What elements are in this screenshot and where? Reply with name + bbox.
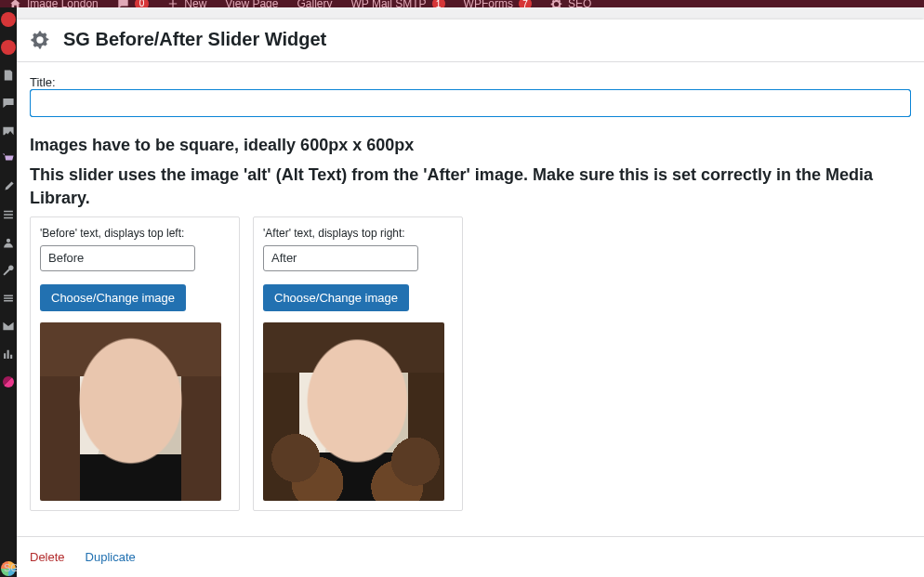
adminbar-comments[interactable]: 0: [108, 0, 159, 7]
brush-icon: [2, 180, 15, 193]
comment-icon: [2, 97, 15, 110]
sidebar-footer-text: SG Widget: [4, 562, 17, 573]
sidebar-item-seo[interactable]: [0, 374, 17, 390]
sidebar-item-users[interactable]: [0, 234, 17, 251]
after-image-thumbnail[interactable]: [263, 322, 444, 501]
after-label: 'After' text, displays top right:: [263, 227, 453, 240]
adminbar-site-name: Image London: [27, 0, 99, 7]
sidebar-item-pages[interactable]: [0, 67, 17, 84]
adminbar-wpmail-badge: 1: [432, 0, 445, 7]
sidebar-item-settings[interactable]: [0, 290, 17, 307]
adminbar-comments-badge: 0: [135, 0, 150, 7]
before-label: 'Before' text, displays top left:: [40, 227, 230, 240]
after-choose-image-button[interactable]: Choose/Change image: [263, 284, 409, 311]
wp-admin-sidebar: SG Widget: [0, 7, 17, 577]
chart-icon: [2, 348, 15, 361]
widget-body: Title: Images have to be square, ideally…: [17, 62, 924, 536]
before-text-input[interactable]: [40, 245, 195, 271]
gear-icon: [550, 0, 562, 7]
page-icon: [2, 69, 15, 82]
viewport: Image London 0 New View Page Gallery WP …: [0, 0, 924, 577]
widget-title: SG Before/After Slider Widget: [63, 29, 326, 50]
sidebar-item-media[interactable]: [0, 123, 17, 139]
duplicate-link[interactable]: Duplicate: [86, 550, 136, 564]
adminbar-site[interactable]: Image London: [0, 0, 108, 7]
sidebar-item-tools[interactable]: [0, 262, 17, 279]
note-alt: This slider uses the image 'alt' (Alt Te…: [30, 164, 911, 209]
plugin-icon: [1, 40, 16, 55]
comment-icon: [117, 0, 129, 7]
sliders-icon: [2, 208, 15, 221]
users-icon: [2, 236, 15, 249]
cart-icon: [2, 152, 15, 165]
adminbar-new-label: New: [184, 0, 206, 7]
adminbar-new[interactable]: New: [158, 0, 216, 7]
adminbar-viewpage[interactable]: View Page: [216, 0, 287, 7]
sidebar-item-analytics[interactable]: [0, 346, 17, 362]
before-card: 'Before' text, displays top left: Choose…: [30, 216, 240, 511]
adminbar-wpforms-badge: 7: [519, 0, 532, 7]
media-icon: [2, 125, 15, 138]
sidebar-item-comments[interactable]: [0, 95, 17, 111]
wp-admin-bar: Image London 0 New View Page Gallery WP …: [0, 0, 924, 7]
before-image-thumbnail[interactable]: [40, 322, 221, 501]
settings-icon: [2, 292, 15, 305]
sidebar-item-mail[interactable]: [0, 318, 17, 334]
sidebar-item-filters[interactable]: [0, 206, 17, 223]
home-icon: [9, 0, 21, 7]
plugin-icon: [1, 12, 16, 27]
widget-panel: SG Before/After Slider Widget Title: Ima…: [17, 20, 924, 577]
adminbar-wpforms[interactable]: WPForms 7: [455, 0, 541, 7]
plus-icon: [167, 0, 178, 7]
sidebar-item-plugin2[interactable]: [0, 39, 17, 56]
sidebar-item-woocommerce[interactable]: [0, 151, 17, 167]
seo-icon: [3, 376, 14, 387]
title-field: Title:: [30, 75, 911, 117]
after-text-input[interactable]: [263, 245, 418, 271]
sidebar-item-dashboard[interactable]: [0, 11, 17, 28]
delete-link[interactable]: Delete: [30, 550, 65, 564]
title-label: Title:: [30, 75, 56, 89]
cards-row: 'Before' text, displays top left: Choose…: [30, 216, 911, 511]
gear-icon: [30, 30, 50, 50]
note-square: Images have to be square, ideally 600px …: [30, 134, 911, 156]
widget-header: SG Before/After Slider Widget: [17, 20, 924, 62]
adminbar-gallery[interactable]: Gallery: [287, 0, 341, 7]
mail-icon: [2, 320, 15, 333]
after-card: 'After' text, displays top right: Choose…: [253, 216, 463, 511]
adminbar-wpmail[interactable]: WP Mail SMTP 1: [341, 0, 454, 7]
before-choose-image-button[interactable]: Choose/Change image: [40, 284, 186, 311]
adminbar-seo[interactable]: SEO: [541, 0, 601, 7]
widget-footer: Delete Duplicate: [17, 536, 924, 577]
wrench-icon: [2, 264, 15, 277]
sidebar-item-appearance[interactable]: [0, 178, 17, 195]
title-input[interactable]: [30, 89, 911, 117]
